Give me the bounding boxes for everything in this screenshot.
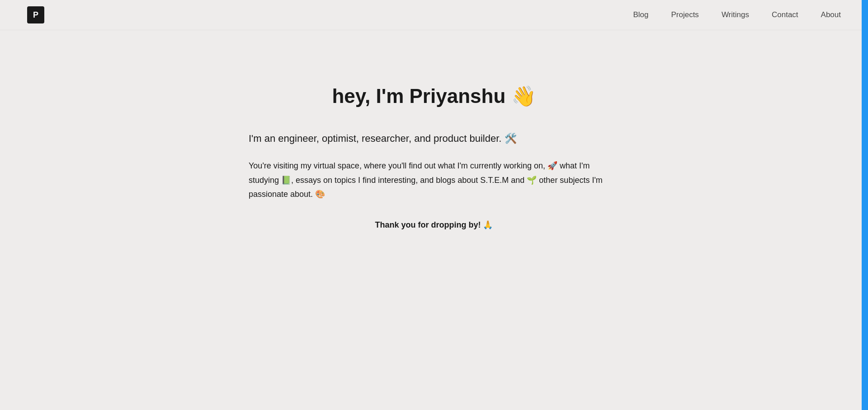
site-header: P Blog Projects Writings Contact About (0, 0, 868, 30)
scroll-accent (862, 0, 868, 410)
hero-title: hey, I'm Priyanshu 👋 (249, 84, 619, 108)
intro-line: I'm an engineer, optimist, researcher, a… (249, 130, 619, 146)
nav-projects[interactable]: Projects (671, 10, 698, 19)
logo[interactable]: P (27, 6, 44, 23)
nav-about[interactable]: About (821, 10, 841, 19)
hero-title-text: hey, I'm Priyanshu (332, 85, 505, 107)
logo-label: P (33, 10, 38, 20)
hero-wave-emoji: 👋 (511, 85, 536, 107)
main-content: hey, I'm Priyanshu 👋 I'm an engineer, op… (231, 30, 637, 266)
nav-contact[interactable]: Contact (772, 10, 798, 19)
description: You're visiting my virtual space, where … (249, 159, 619, 202)
thank-you-text: Thank you for dropping by! 🙏 (249, 220, 619, 230)
nav-writings[interactable]: Writings (722, 10, 749, 19)
main-nav: Blog Projects Writings Contact About (633, 10, 841, 19)
nav-blog[interactable]: Blog (633, 10, 648, 19)
